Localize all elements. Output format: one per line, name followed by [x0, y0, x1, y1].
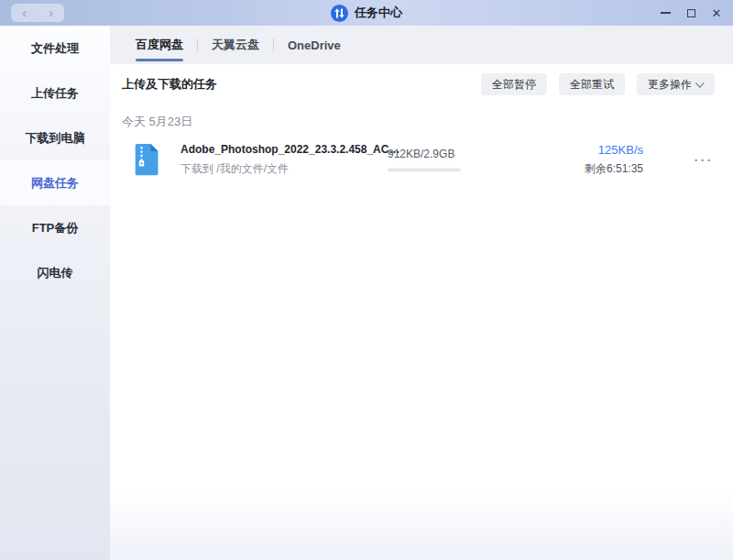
minimize-button[interactable]	[652, 0, 678, 26]
more-actions-button[interactable]: 更多操作	[637, 73, 715, 95]
main-panel: 百度网盘 天翼云盘 OneDrive 上传及下载的任务 全部暂停 全部重试 更多…	[110, 26, 733, 560]
sidebar: 文件处理 上传任务 下载到电脑 网盘任务 FTP备份 闪电传	[0, 26, 110, 560]
tab-separator	[273, 38, 274, 51]
task-speed: 125KB/s	[585, 143, 643, 157]
tab-tianyi-cloud[interactable]: 天翼云盘	[212, 26, 259, 64]
task-info: Adobe_Photoshop_2022_23.3.2.458_ACR14.3_…	[181, 143, 406, 177]
task-progress: 912KB/2.9GB	[388, 148, 507, 172]
bulk-actions: 全部暂停 全部重试 更多操作	[481, 73, 715, 95]
window-title: 任务中心	[355, 5, 402, 21]
tab-onedrive[interactable]: OneDrive	[288, 26, 341, 64]
back-button[interactable]: ‹	[22, 5, 27, 21]
maximize-button[interactable]	[678, 0, 704, 26]
more-actions-label: 更多操作	[648, 77, 692, 93]
sidebar-item-upload-tasks[interactable]: 上传任务	[0, 71, 110, 115]
window-controls: ✕	[652, 0, 729, 26]
close-button[interactable]: ✕	[704, 0, 729, 26]
sidebar-item-ftp-backup[interactable]: FTP备份	[0, 205, 110, 250]
date-group-header: 今天 5月23日	[122, 114, 715, 130]
sidebar-item-lightning-transfer[interactable]: 闪电传	[0, 250, 110, 295]
task-progress-text: 912KB/2.9GB	[388, 148, 507, 160]
task-destination: 下载到 /我的文件/文件	[181, 161, 406, 177]
task-filename: Adobe_Photoshop_2022_23.3.2.458_ACR14.3_…	[181, 143, 406, 156]
app-logo-transfer-icon	[331, 5, 348, 22]
sidebar-item-netdisk-tasks[interactable]: 网盘任务	[0, 160, 110, 205]
task-list-content: 上传及下载的任务 全部暂停 全部重试 更多操作 今天 5月23日	[110, 64, 733, 560]
pause-all-button[interactable]: 全部暂停	[481, 73, 547, 95]
close-icon: ✕	[712, 7, 722, 19]
download-task-row[interactable]: Adobe_Photoshop_2022_23.3.2.458_ACR14.3_…	[122, 138, 715, 181]
tab-baidu-netdisk[interactable]: 百度网盘	[136, 26, 183, 64]
task-center-window: ‹ › 任务中心 ✕ 文件处理 上传任务 下载到电脑 网盘任务 FTP备份 闪电…	[0, 0, 733, 560]
cloud-tabs: 百度网盘 天翼云盘 OneDrive	[110, 26, 733, 64]
task-more-menu-button[interactable]: ···	[693, 153, 715, 167]
window-body: 文件处理 上传任务 下载到电脑 网盘任务 FTP备份 闪电传 百度网盘 天翼云盘…	[0, 26, 733, 560]
ellipsis-icon: ···	[695, 152, 714, 168]
window-title-group: 任务中心	[331, 0, 402, 26]
section-title: 上传及下载的任务	[122, 76, 217, 93]
zip-file-icon	[133, 143, 160, 176]
maximize-icon	[687, 9, 695, 17]
forward-button[interactable]: ›	[49, 5, 53, 21]
task-progress-bar	[388, 169, 461, 172]
chevron-down-icon	[695, 78, 705, 87]
sidebar-item-download-to-pc[interactable]: 下载到电脑	[0, 115, 110, 160]
task-stats: 125KB/s 剩余6:51:35	[585, 143, 643, 177]
nav-history-group: ‹ ›	[11, 4, 64, 22]
tab-separator	[197, 38, 198, 51]
retry-all-button[interactable]: 全部重试	[559, 73, 625, 95]
section-header-row: 上传及下载的任务 全部暂停 全部重试 更多操作	[122, 64, 715, 96]
minimize-icon	[661, 12, 671, 14]
titlebar: ‹ › 任务中心 ✕	[0, 0, 733, 26]
task-time-remaining: 剩余6:51:35	[585, 161, 643, 177]
sidebar-item-file-processing[interactable]: 文件处理	[0, 26, 110, 71]
